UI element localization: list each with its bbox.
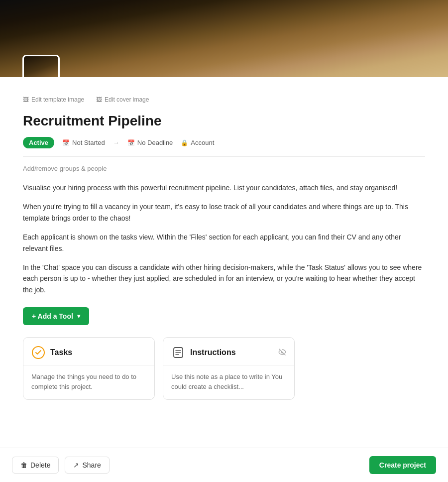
description: Visualise your hiring process with this … [23, 182, 425, 295]
account-label: Account [191, 139, 214, 146]
avatar[interactable] [22, 55, 60, 77]
cover-image [0, 0, 448, 77]
people-section[interactable]: Add/remove groups & people [23, 165, 425, 172]
instructions-description: Use this note as a place to write in You… [171, 372, 286, 391]
no-deadline-item[interactable]: 📅 No Deadline [127, 139, 173, 146]
main-content: Recruitment Pipeline Active 📅 Not Starte… [0, 107, 448, 448]
add-tool-label: + Add a Tool [32, 312, 73, 320]
create-label: Create project [379, 461, 426, 469]
instructions-card-body: Use this note as a place to write in You… [163, 366, 294, 399]
avatar-inner [24, 56, 58, 77]
instructions-name: Instructions [190, 348, 236, 357]
edit-template-label: Edit template image [31, 96, 84, 103]
add-tool-button[interactable]: + Add a Tool ▾ [23, 307, 89, 325]
tasks-icon [31, 346, 45, 360]
image-icon: 🖼 [23, 96, 29, 103]
edit-cover-link[interactable]: 🖼 Edit cover image [96, 96, 149, 103]
edit-controls: 🖼 Edit template image 🖼 Edit cover image [0, 87, 448, 107]
calendar-icon-2: 📅 [127, 139, 135, 146]
delete-button[interactable]: 🗑 Delete [12, 457, 59, 474]
lock-icon: 🔒 [181, 139, 188, 146]
edit-cover-label: Edit cover image [105, 96, 149, 103]
no-deadline-label: No Deadline [137, 139, 173, 146]
instructions-card[interactable]: Instructions Use this note as a place to… [163, 337, 295, 400]
cover-scene-bg [0, 0, 448, 77]
tasks-description: Manage the things you need to do to comp… [31, 372, 146, 391]
share-label: Share [82, 461, 101, 469]
share-icon: ↗ [73, 461, 79, 469]
calendar-icon: 📅 [62, 139, 70, 146]
tasks-card-header: Tasks [23, 338, 154, 366]
status-badge[interactable]: Active [23, 137, 54, 148]
create-project-button[interactable]: Create project [369, 456, 436, 474]
status-bar: Active 📅 Not Started → 📅 No Deadline 🔒 A… [23, 137, 425, 157]
image-icon-2: 🖼 [96, 96, 102, 103]
desc-p3: Each applicant is shown on the tasks vie… [23, 232, 425, 254]
people-label: Add/remove groups & people [23, 165, 107, 172]
tasks-card[interactable]: Tasks Manage the things you need to do t… [23, 337, 155, 400]
account-item[interactable]: 🔒 Account [181, 139, 214, 146]
trash-icon: 🗑 [20, 461, 27, 469]
desc-p1: Visualise your hiring process with this … [23, 182, 425, 193]
chevron-down-icon: ▾ [77, 313, 80, 320]
footer: 🗑 Delete ↗ Share Create project [0, 448, 448, 482]
instructions-icon [171, 346, 185, 360]
share-button[interactable]: ↗ Share [65, 457, 109, 474]
tasks-name: Tasks [50, 348, 72, 357]
desc-p4: In the 'Chat' space you can discuss a ca… [23, 262, 425, 295]
instructions-card-header: Instructions [163, 338, 294, 366]
page-title: Recruitment Pipeline [23, 113, 425, 129]
delete-label: Delete [30, 461, 50, 469]
not-started-label: Not Started [72, 139, 105, 146]
tasks-card-body: Manage the things you need to do to comp… [23, 366, 154, 399]
not-started-item[interactable]: 📅 Not Started [62, 139, 105, 146]
edit-template-link[interactable]: 🖼 Edit template image [23, 96, 84, 103]
arrow-separator: → [113, 139, 119, 146]
modal-container: 🖼 Edit template image 🖼 Edit cover image… [0, 0, 448, 482]
footer-left: 🗑 Delete ↗ Share [12, 457, 110, 474]
desc-p2: When you're trying to fill a vacancy in … [23, 201, 425, 224]
eye-off-icon [278, 348, 286, 358]
tool-cards: Tasks Manage the things you need to do t… [23, 337, 425, 400]
